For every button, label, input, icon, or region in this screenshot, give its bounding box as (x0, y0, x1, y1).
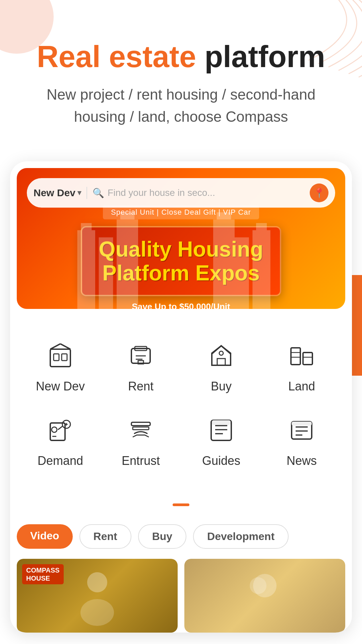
banner-content: Special Unit | Close Deal Gift | VIP Car… (17, 208, 345, 309)
new-dev-label: New Dev (36, 379, 85, 393)
location-button[interactable]: 📍 (310, 183, 328, 202)
svg-rect-5 (252, 230, 270, 309)
entrust-icon (124, 414, 158, 447)
title-orange-part: Real estate (37, 40, 196, 73)
location-icon: 📍 (313, 187, 325, 199)
search-dropdown[interactable]: New Dev ▾ (34, 187, 81, 199)
svg-rect-34 (133, 427, 149, 430)
card-image-2 (184, 559, 345, 633)
svg-line-29 (58, 426, 62, 430)
dropdown-chevron-icon: ▾ (77, 189, 81, 197)
svg-rect-4 (120, 212, 135, 223)
rent-label: Rent (128, 379, 154, 393)
content-tabs: Video Rent Buy Development (17, 518, 345, 559)
pagination-indicator (10, 501, 352, 507)
svg-rect-1 (81, 223, 92, 234)
guides-label: Guides (202, 454, 240, 468)
title-dark-part: platform (196, 40, 325, 73)
news-label: News (287, 454, 317, 468)
page-title: Real estate platform (20, 40, 342, 73)
banner-area: New Dev ▾ 🔍 Find your house in seco... 📍 (17, 168, 345, 309)
new-dev-icon (44, 339, 77, 373)
content-cards: COMPASS HOUSE (17, 559, 345, 633)
search-input[interactable]: Find your house in seco... (108, 187, 310, 198)
svg-rect-22 (303, 353, 312, 365)
svg-rect-7 (235, 237, 249, 309)
guides-icon (204, 414, 238, 447)
search-bar[interactable]: New Dev ▾ 🔍 Find your house in seco... 📍 (27, 178, 335, 208)
header-section: Real estate platform New project / rent … (0, 0, 362, 148)
content-section: Video Rent Buy Development COMPASS HOUSE (10, 518, 352, 633)
demand-label: Demand (38, 454, 83, 468)
menu-item-land[interactable]: Land (261, 329, 342, 404)
svg-rect-44 (292, 422, 312, 426)
svg-point-20 (219, 351, 223, 355)
search-divider (86, 187, 87, 199)
content-card-1[interactable]: COMPASS HOUSE (17, 559, 178, 633)
svg-point-45 (87, 572, 107, 592)
tab-rent[interactable]: Rent (79, 524, 131, 549)
svg-line-13 (50, 344, 60, 349)
menu-grid: New Dev Rent (10, 309, 352, 498)
svg-rect-39 (212, 420, 231, 425)
dropdown-label: New Dev (34, 187, 75, 199)
svg-rect-19 (138, 361, 143, 364)
svg-line-14 (60, 344, 70, 349)
menu-item-buy[interactable]: Buy (181, 329, 261, 404)
menu-item-news[interactable]: News (261, 404, 342, 478)
rent-icon (124, 339, 158, 373)
svg-rect-21 (291, 348, 300, 365)
svg-point-46 (80, 599, 114, 626)
menu-item-entrust[interactable]: Entrust (101, 404, 181, 478)
tab-buy[interactable]: Buy (138, 524, 186, 549)
content-card-2[interactable] (184, 559, 345, 633)
entrust-label: Entrust (122, 454, 160, 468)
menu-item-demand[interactable]: Demand (20, 404, 101, 478)
land-label: Land (288, 379, 315, 393)
svg-point-48 (250, 577, 266, 594)
tab-development[interactable]: Development (193, 524, 289, 549)
land-icon (285, 339, 318, 373)
svg-rect-0 (77, 230, 95, 309)
demand-icon (44, 414, 77, 447)
svg-rect-6 (256, 223, 267, 234)
svg-rect-2 (99, 237, 113, 309)
app-card: New Dev ▾ 🔍 Find your house in seco... 📍 (10, 161, 352, 633)
badge-line2: HOUSE (26, 575, 50, 582)
svg-rect-33 (131, 422, 150, 426)
svg-rect-11 (54, 354, 59, 361)
page-subtitle: New project / rent housing / second-hand… (20, 84, 342, 128)
svg-rect-3 (117, 219, 138, 309)
svg-rect-9 (217, 212, 231, 223)
news-icon (285, 414, 318, 447)
menu-item-new-dev[interactable]: New Dev (20, 329, 101, 404)
svg-point-27 (52, 427, 57, 432)
badge-line1: COMPASS (26, 567, 60, 574)
compass-house-badge: COMPASS HOUSE (22, 564, 64, 584)
svg-rect-8 (213, 219, 235, 309)
buy-label: Buy (211, 379, 232, 393)
active-dot (173, 503, 189, 506)
menu-item-guides[interactable]: Guides (181, 404, 261, 478)
search-icon: 🔍 (93, 187, 104, 199)
menu-item-rent[interactable]: Rent (101, 329, 181, 404)
svg-rect-12 (62, 354, 67, 361)
tab-video[interactable]: Video (17, 524, 73, 549)
buy-icon (204, 339, 238, 373)
